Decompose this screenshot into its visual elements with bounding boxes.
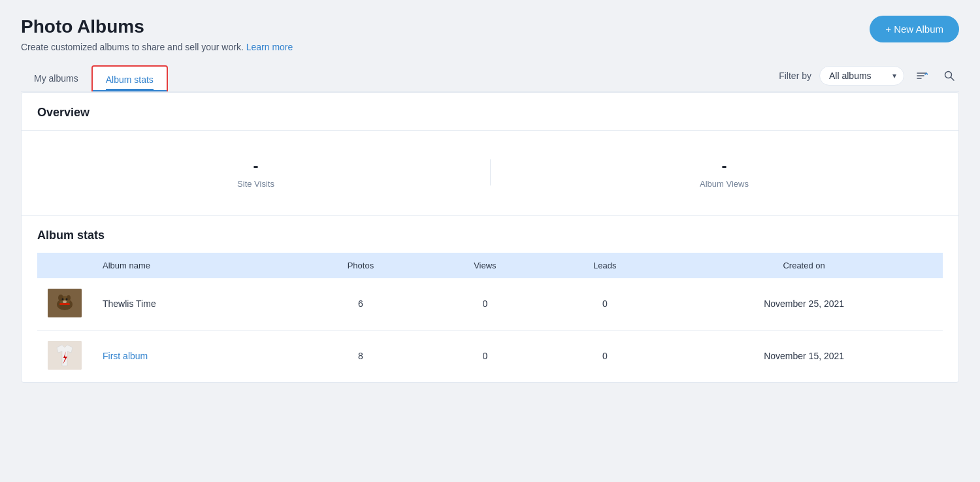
album-name-cell-1: Thewlis Time [92,278,296,330]
col-header-views: Views [425,253,544,278]
tab-active-underline [106,89,154,90]
stat-site-visits-value: - [22,157,490,175]
overview-header: Overview [22,93,958,131]
album-created-cell-1: November 25, 2021 [665,278,943,330]
album-stats-table: Album name Photos Views Leads Created on [37,253,943,382]
album-thumbnail-1 [48,289,82,317]
album-thumb-cell [37,278,92,330]
new-album-button[interactable]: + New Album [870,16,959,42]
col-header-album-name: Album name [92,253,296,278]
tabs-bar: My albums Album stats Filter by All albu… [21,65,959,92]
subtitle-text: Create customized albums to share and se… [21,42,244,52]
page-subtitle: Create customized albums to share and se… [21,42,293,52]
search-icon [943,70,955,82]
svg-point-11 [66,298,68,300]
album-views-cell-2: 0 [425,330,544,382]
table-header-row: Album name Photos Views Leads Created on [37,253,943,278]
col-header-photos: Photos [296,253,426,278]
album-name-link-2[interactable]: First album [103,351,148,361]
album-thumbnail-2 [48,341,82,370]
filter-select-wrapper: All albums Published Draft [819,66,904,86]
svg-line-4 [951,77,955,80]
stat-album-views: - Album Views [490,157,958,189]
content-area: Overview - Site Visits - Album Views Alb… [21,92,959,383]
album-photos-cell-2: 8 [296,330,426,382]
col-header-created-on: Created on [665,253,943,278]
filter-label: Filter by [779,71,811,81]
album-stats-section: Album stats Album name Photos Views Lead… [22,216,958,382]
table-row: First album 8 0 0 November 15, 2021 [37,330,943,382]
tab-album-stats[interactable]: Album stats [91,65,168,91]
search-button[interactable] [939,66,959,86]
svg-point-12 [63,300,67,303]
table-row: Thewlis Time 6 0 0 November 25, 2021 [37,278,943,330]
album-photos-cell-1: 6 [296,278,426,330]
svg-rect-13 [59,303,70,305]
page-title: Photo Albums [21,16,293,38]
album-leads-cell-1: 0 [544,278,665,330]
tabs-left: My albums Album stats [21,65,168,91]
stat-album-views-value: - [490,157,958,175]
stat-album-views-label: Album Views [490,179,958,189]
tab-my-albums[interactable]: My albums [21,65,91,91]
stat-site-visits-label: Site Visits [22,179,490,189]
svg-point-10 [62,298,64,300]
album-name-1: Thewlis Time [103,298,156,309]
album-leads-cell-2: 0 [544,330,665,382]
svg-point-8 [58,295,63,301]
col-header-thumb [37,253,92,278]
learn-more-link[interactable]: Learn more [246,42,293,52]
sort-icon [916,70,928,82]
tabs-right: Filter by All albums Published Draft [779,66,959,91]
album-name-cell-2[interactable]: First album [92,330,296,382]
album-created-cell-2: November 15, 2021 [665,330,943,382]
album-thumb-cell [37,330,92,382]
album-views-cell-1: 0 [425,278,544,330]
sort-button[interactable] [912,66,932,86]
overview-stats: - Site Visits - Album Views [22,131,958,216]
overview-title: Overview [37,106,943,120]
stat-site-visits: - Site Visits [22,157,490,189]
filter-select[interactable]: All albums Published Draft [819,66,904,86]
album-stats-title: Album stats [37,229,943,242]
col-header-leads: Leads [544,253,665,278]
